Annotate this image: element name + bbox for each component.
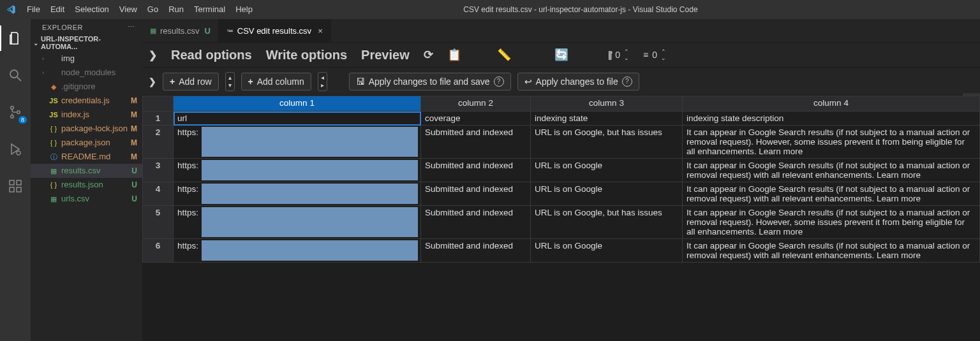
col-header[interactable]: column 4 [683,96,980,112]
sidebar-section[interactable]: ⌄ URL-INSPECTOR-AUTOMA... [31,34,142,52]
menu-go[interactable]: Go [142,0,163,19]
table-row[interactable]: 6https:Submitted and indexedURL is on Go… [143,239,980,263]
cell[interactable]: https: [174,239,421,263]
row-number[interactable]: 4 [143,182,174,206]
menu-help[interactable]: Help [230,0,258,19]
more-icon[interactable]: ⋯ [128,23,135,31]
col-header[interactable]: column 1 [174,96,421,112]
col-position-stepper[interactable]: ◂▸ [318,72,327,91]
file-item[interactable]: JScredentials.jsM [31,94,142,108]
file-item[interactable]: ›node_modules [31,66,142,80]
stepper-icon[interactable]: ⌃⌄ [661,49,666,61]
file-item[interactable]: { }package.jsonM [31,136,142,150]
ruler-icon[interactable]: 📏 [497,48,511,62]
menu-edit[interactable]: Edit [45,0,70,19]
chevron-down-icon: ⌄ [33,40,38,47]
row-number[interactable]: 2 [143,126,174,159]
close-icon[interactable]: × [318,26,323,36]
row-number[interactable]: 1 [143,112,174,126]
cell[interactable]: URL is on Google [531,239,683,263]
cell[interactable]: Submitted and indexed [421,159,531,182]
file-name: package.json [61,136,110,149]
file-item[interactable]: { }package-lock.jsonM [31,122,142,136]
chevron-right-icon[interactable]: ❯ [149,49,157,61]
cell[interactable]: URL is on Google, but has issues [531,206,683,239]
add-column-button[interactable]: +Add column [241,73,311,91]
stepper-icon[interactable]: ⌃⌄ [624,49,629,61]
table-row[interactable]: 1urlcoverageindexing stateindexing state… [143,112,980,126]
cell[interactable]: Submitted and indexed [421,182,531,206]
sync-icon[interactable]: 🔄 [554,48,568,62]
row-number[interactable]: 5 [143,206,174,239]
activity-explorer[interactable] [0,25,31,51]
row-number[interactable]: 6 [143,239,174,263]
tab-label: CSV edit results.csv [237,26,311,36]
cell[interactable]: It can appear in Google Search results (… [683,206,980,239]
file-item[interactable]: ⓘREADME.mdM [31,150,142,164]
col-header[interactable]: column 2 [421,96,531,112]
table-row[interactable]: 2https:Submitted and indexedURL is on Go… [143,126,980,159]
help-icon: ? [494,76,504,87]
menu-file[interactable]: File [22,0,45,19]
write-options-button[interactable]: Write options [266,48,347,62]
cell[interactable]: URL is on Google [531,159,683,182]
cell[interactable]: indexing state [531,112,683,126]
file-item[interactable]: { }results.jsonU [31,178,142,192]
menu-terminal[interactable]: Terminal [189,0,230,19]
row-number[interactable]: 3 [143,159,174,182]
table-row[interactable]: 5https:Submitted and indexedURL is on Go… [143,206,980,239]
add-row-button[interactable]: +Add row [163,73,219,91]
row-height-group[interactable]: ≡ 0 ⌃⌄ [643,49,666,61]
table-row[interactable]: 3https:Submitted and indexedURL is on Go… [143,159,980,182]
cell[interactable]: Submitted and indexed [421,206,531,239]
row-position-stepper[interactable]: ▴▾ [225,72,235,91]
file-item[interactable]: ▦urls.csvU [31,192,142,206]
csv-toolbar-secondary: ❯ +Add row ▴▾ +Add column ◂▸ 🖫 Apply cha… [142,68,980,96]
redacted-block [202,240,418,261]
editor-tab[interactable]: ▦results.csvU [142,19,219,42]
activity-search[interactable] [0,62,31,88]
help-icon: ? [622,76,632,87]
cell[interactable]: https: [174,126,421,159]
cell[interactable]: URL is on Google, but has issues [531,126,683,159]
csv-toolbar-primary: ❯ Read options Write options Preview ⟳ 📋… [142,42,980,68]
csv-grid[interactable]: column 1 column 2 column 3 column 4 1url… [142,96,980,341]
menu-selection[interactable]: Selection [70,0,114,19]
column-header-row[interactable]: column 1 column 2 column 3 column 4 [143,96,980,112]
file-name: .gitignore [61,80,95,93]
col-width-group[interactable]: |||' 0 ⌃⌄ [608,49,629,61]
read-options-button[interactable]: Read options [171,48,252,62]
cell[interactable]: Submitted and indexed [421,239,531,263]
menu-run[interactable]: Run [163,0,189,19]
menu-view[interactable]: View [114,0,142,19]
apply-button[interactable]: ↩ Apply changes to file ? [517,73,639,91]
cell[interactable]: url [174,112,421,126]
cell[interactable]: It can appear in Google Search results (… [683,159,980,182]
cell[interactable]: It can appear in Google Search results (… [683,126,980,159]
file-item[interactable]: ›img [31,52,142,66]
preview-button[interactable]: Preview [361,48,410,62]
file-item[interactable]: ◆.gitignore [31,80,142,94]
refresh-icon[interactable]: ⟳ [424,48,433,62]
cell[interactable]: coverage [421,112,531,126]
activity-scm[interactable]: 8 [0,99,31,125]
chevron-right-icon[interactable]: ❯ [149,76,156,87]
editor-tab[interactable]: ≔CSV edit results.csv× [219,19,331,42]
activity-run[interactable] [0,136,31,162]
redacted-block [202,160,418,180]
cell[interactable]: indexing state description [683,112,980,126]
clipboard-icon[interactable]: 📋 [447,48,461,62]
col-header[interactable]: column 3 [531,96,683,112]
file-item[interactable]: ▦results.csvU [31,164,142,178]
activity-extensions[interactable] [0,173,31,199]
cell[interactable]: https: [174,206,421,239]
apply-save-button[interactable]: 🖫 Apply changes to file and save ? [349,73,511,91]
cell[interactable]: Submitted and indexed [421,126,531,159]
table-row[interactable]: 4https:Submitted and indexedURL is on Go… [143,182,980,206]
cell[interactable]: It can appear in Google Search results (… [683,239,980,263]
cell[interactable]: https: [174,182,421,206]
cell[interactable]: It can appear in Google Search results (… [683,182,980,206]
cell[interactable]: https: [174,159,421,182]
file-item[interactable]: JSindex.jsM [31,108,142,122]
cell[interactable]: URL is on Google [531,182,683,206]
